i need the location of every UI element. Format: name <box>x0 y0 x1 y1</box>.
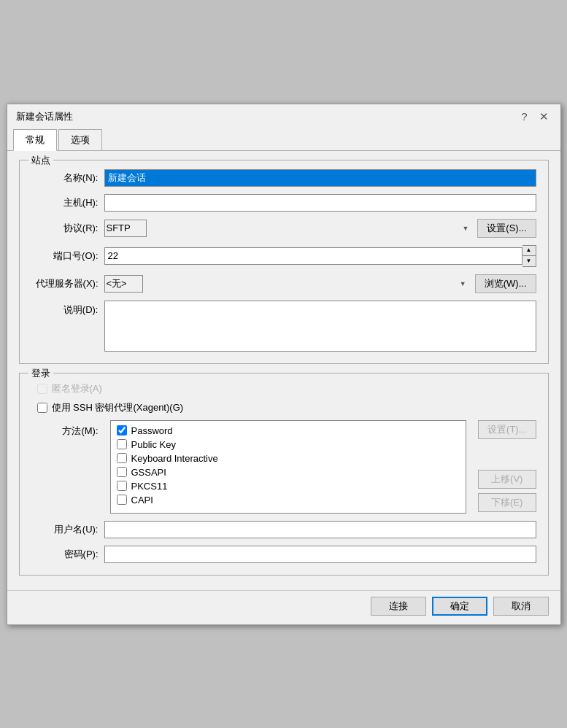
main-content: 站点 名称(N): 主机(H): 协议(R): <box>7 151 560 590</box>
port-up-button[interactable]: ▲ <box>522 246 536 256</box>
host-label: 主机(H): <box>31 196 104 209</box>
protocol-row: 协议(R): SFTP FTP SCP FTPS 设置(S)... <box>31 219 536 238</box>
port-label: 端口号(O): <box>31 249 104 263</box>
method-item-pkcs11: PKCS11 <box>117 481 460 492</box>
method-item-capi: CAPI <box>117 495 460 506</box>
proxy-label: 代理服务器(X): <box>31 277 104 290</box>
title-bar-controls: ? ✕ <box>518 111 551 122</box>
ssh-agent-label: 使用 SSH 密钥代理(Xagent)(G) <box>52 401 184 414</box>
anon-login-row: 匿名登录(A) <box>31 382 536 395</box>
connect-button[interactable]: 连接 <box>371 597 426 616</box>
method-publickey-label: Public Key <box>131 439 176 450</box>
port-spin: ▲ ▼ <box>104 245 536 267</box>
protocol-label: 协议(R): <box>31 222 104 235</box>
site-group: 站点 名称(N): 主机(H): 协议(R): <box>19 160 549 364</box>
username-row: 用户名(U): <box>31 521 536 538</box>
method-item-publickey: Public Key <box>117 439 460 450</box>
method-keyboard-checkbox[interactable] <box>117 453 127 463</box>
anon-login-label: 匿名登录(A) <box>52 382 102 395</box>
login-group: 登录 匿名登录(A) 使用 SSH 密钥代理(Xagent)(G) 方法(M):… <box>19 373 549 576</box>
title-bar: 新建会话属性 ? ✕ <box>7 104 560 123</box>
login-group-title: 登录 <box>28 367 53 380</box>
method-gssapi-checkbox[interactable] <box>117 467 127 477</box>
method-item-password: Password <box>117 425 460 436</box>
cancel-button[interactable]: 取消 <box>493 597 549 616</box>
port-input[interactable] <box>104 247 522 265</box>
method-down-button[interactable]: 下移(E) <box>478 493 536 512</box>
ok-button[interactable]: 确定 <box>432 597 487 616</box>
method-capi-checkbox[interactable] <box>117 495 127 505</box>
anon-login-checkbox[interactable] <box>37 384 47 394</box>
method-capi-label: CAPI <box>131 495 153 506</box>
ssh-agent-row: 使用 SSH 密钥代理(Xagent)(G) <box>31 401 536 414</box>
port-down-button[interactable]: ▼ <box>522 256 536 266</box>
password-input[interactable] <box>104 546 536 563</box>
host-input[interactable] <box>104 194 536 212</box>
method-publickey-checkbox[interactable] <box>117 439 127 449</box>
close-button[interactable]: ✕ <box>536 111 552 122</box>
name-row: 名称(N): <box>31 169 536 187</box>
proxy-select[interactable]: <无> <box>104 275 143 293</box>
host-row: 主机(H): <box>31 194 536 212</box>
password-label: 密码(P): <box>31 548 104 561</box>
method-keyboard-label: Keyboard Interactive <box>131 453 218 464</box>
method-settings-button[interactable]: 设置(T)... <box>478 420 536 439</box>
protocol-settings-button[interactable]: 设置(S)... <box>477 219 536 238</box>
method-item-keyboard: Keyboard Interactive <box>117 453 460 464</box>
tab-general[interactable]: 常规 <box>13 129 57 151</box>
method-gssapi-label: GSSAPI <box>131 467 166 478</box>
method-side-buttons: 设置(T)... 上移(V) 下移(E) <box>478 420 536 512</box>
dialog-title: 新建会话属性 <box>16 110 73 123</box>
desc-row: 说明(D): <box>31 301 536 352</box>
method-row: 方法(M): Password Public Key Keyboard Inte… <box>31 420 536 514</box>
tab-bar: 常规 选项 <box>7 123 560 151</box>
proxy-row: 代理服务器(X): <无> 浏览(W)... <box>31 274 536 293</box>
method-up-button[interactable]: 上移(V) <box>478 470 536 489</box>
method-item-gssapi: GSSAPI <box>117 467 460 478</box>
method-list: Password Public Key Keyboard Interactive… <box>110 420 467 514</box>
method-pkcs11-checkbox[interactable] <box>117 481 127 491</box>
ssh-agent-checkbox[interactable] <box>37 403 47 413</box>
username-input[interactable] <box>104 521 536 538</box>
desc-input[interactable] <box>104 301 536 352</box>
method-password-checkbox[interactable] <box>117 425 127 435</box>
site-group-title: 站点 <box>28 154 53 167</box>
password-row: 密码(P): <box>31 546 536 563</box>
method-password-label: Password <box>131 425 173 436</box>
tab-options[interactable]: 选项 <box>58 129 102 150</box>
help-button[interactable]: ? <box>518 111 530 122</box>
username-label: 用户名(U): <box>31 523 104 536</box>
bottom-bar: 连接 确定 取消 <box>7 590 560 624</box>
protocol-select[interactable]: SFTP FTP SCP FTPS <box>104 220 147 237</box>
method-pkcs11-label: PKCS11 <box>131 481 168 492</box>
port-row: 端口号(O): ▲ ▼ <box>31 245 536 267</box>
name-input[interactable] <box>104 169 536 187</box>
method-label: 方法(M): <box>31 420 104 438</box>
desc-label: 说明(D): <box>31 301 104 317</box>
name-label: 名称(N): <box>31 171 104 185</box>
proxy-browse-button[interactable]: 浏览(W)... <box>475 274 536 293</box>
dialog: 新建会话属性 ? ✕ 常规 选项 站点 名称(N): 主机(H): <box>7 104 561 625</box>
